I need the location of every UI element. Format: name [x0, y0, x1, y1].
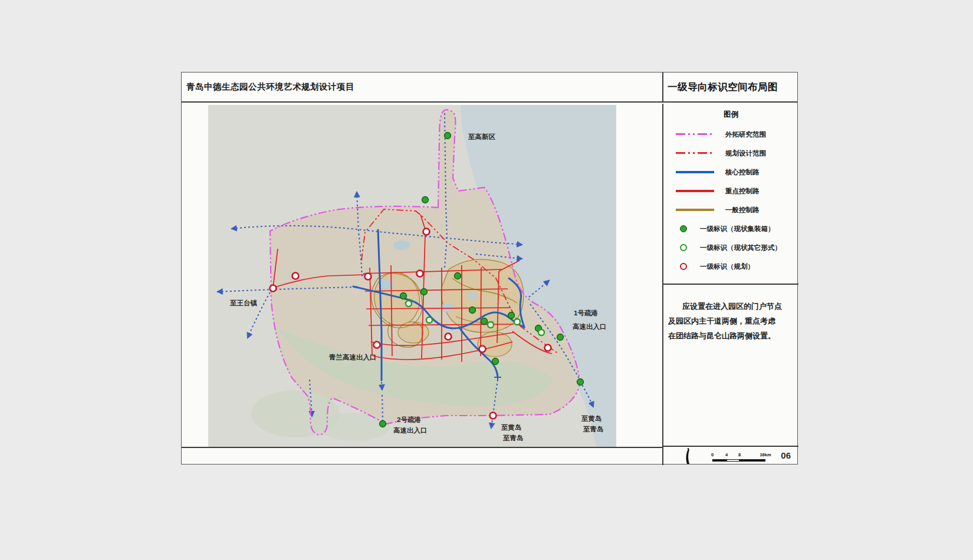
marker-sign-existing-other: [426, 317, 432, 323]
legend-item-label: 外拓研究范围: [725, 130, 766, 139]
legend-item: 重点控制路: [663, 182, 798, 200]
scale-bar-segment: [712, 459, 727, 462]
note-text: 应设置在进入园区的门户节点及园区内主干道两侧，重点考虑在团结路与昆仑山路两侧设置…: [663, 286, 798, 343]
legend-swatch-line: [676, 171, 714, 173]
sheet-title: 一级导向标识空间布局图: [668, 81, 778, 94]
marker-sign-planned: [292, 273, 299, 279]
map-label: 至青岛: [502, 434, 524, 442]
marker-sign-planned: [545, 345, 551, 351]
map-terrain: [208, 105, 616, 447]
legend-item: 核心控制路: [663, 163, 798, 182]
marker-sign-planned: [479, 346, 486, 353]
bottom-divider: [182, 447, 662, 448]
note-line: 及园区内主干道两侧，重点考虑: [668, 314, 793, 328]
scale-tick-label: 0: [711, 452, 714, 457]
sheet-header: 青岛中德生态园公共环境艺术规划设计项目 一级导向标识空间布局图: [182, 73, 797, 103]
legend-title: 图例: [663, 104, 798, 120]
marker-sign-existing-container: [445, 133, 451, 139]
legend-item: 一级标识（现状集装箱）: [663, 219, 798, 238]
sidebar: 图例 外拓研究范围规划设计范围核心控制路重点控制路一般控制路一级标识（现状集装箱…: [662, 104, 798, 465]
marker-sign-existing-other: [406, 301, 412, 307]
marker-sign-existing-container: [422, 197, 429, 203]
legend-items: 外拓研究范围规划设计范围核心控制路重点控制路一般控制路一级标识（现状集装箱）一级…: [663, 125, 798, 276]
legend-swatch-line: [676, 152, 714, 154]
marker-sign-existing-container: [455, 273, 461, 279]
marker-sign-planned: [374, 342, 380, 348]
project-title-cell: 青岛中德生态园公共环境艺术规划设计项目: [182, 73, 662, 101]
marker-sign-existing-other: [514, 319, 520, 325]
marker-sign-existing-container: [421, 289, 428, 295]
legend-swatch-dot: [680, 263, 687, 270]
marker-sign-existing-container: [577, 379, 584, 386]
note-line: 应设置在进入园区的门户节点: [668, 299, 793, 314]
legend-swatch-dot: [680, 244, 687, 251]
legend-item: 一般控制路: [663, 200, 798, 219]
marker-sign-planned: [365, 274, 372, 280]
note-panel: 应设置在进入园区的门户节点及园区内主干道两侧，重点考虑在团结路与昆仑山路两侧设置…: [663, 286, 798, 447]
map-label: 至高新区: [468, 133, 496, 140]
map-label: 高速出入口: [393, 427, 428, 434]
marker-sign-planned: [445, 334, 452, 340]
marker-sign-existing-container: [469, 307, 476, 314]
marker-sign-existing-container: [481, 318, 488, 325]
marker-sign-existing-container: [492, 358, 499, 365]
map-label: 至黄岛: [581, 415, 602, 423]
marker-sign-existing-container: [380, 421, 386, 427]
scale-tick-label: 4: [725, 452, 728, 457]
marker-sign-existing-container: [400, 293, 407, 299]
legend-panel: 图例 外拓研究范围规划设计范围核心控制路重点控制路一般控制路一级标识（现状集装箱…: [663, 104, 798, 285]
legend-item: 规划设计范围: [663, 144, 798, 163]
map-label: 至青岛: [583, 426, 604, 433]
legend-swatch-line: [676, 190, 714, 192]
legend-item-label: 一般控制路: [725, 206, 760, 215]
map-label: 1号疏港: [574, 309, 598, 317]
marker-sign-planned: [417, 271, 423, 277]
scale-tick-label: 16km: [760, 452, 771, 457]
plan-sheet: 青岛中德生态园公共环境艺术规划设计项目 一级导向标识空间布局图: [181, 72, 798, 465]
legend-item-label: 一级标识（现状其它形式）: [700, 243, 781, 252]
marker-sign-existing-other: [538, 330, 544, 335]
note-line: 在团结路与昆仑山路两侧设置。: [668, 328, 793, 343]
legend-item-label: 一级标识（规划）: [700, 262, 754, 271]
sheet-title-cell: 一级导向标识空间布局图: [662, 73, 797, 101]
scale-strip: 04816km 06: [663, 448, 798, 465]
legend-swatch-dot: [680, 225, 687, 232]
legend-item-label: 核心控制路: [725, 168, 760, 177]
page-number: 06: [781, 450, 791, 460]
marker-sign-existing-other: [488, 322, 494, 328]
planning-map: 至高新区至王台镇1号疏港高速出入口青兰高速出入口2号疏港高速出入口至黄岛至青岛至…: [208, 105, 616, 447]
scale-bar-segment: [739, 459, 765, 462]
scale-tick-label: 8: [738, 452, 741, 457]
marker-sign-planned: [490, 413, 497, 419]
marker-sign-existing-container: [508, 312, 515, 319]
legend-item: 一级标识（规划）: [663, 257, 798, 276]
map-label: 青兰高速出入口: [328, 353, 377, 361]
legend-swatch-line: [676, 133, 714, 135]
legend-item-label: 重点控制路: [725, 187, 760, 196]
map-cell: 至高新区至王台镇1号疏港高速出入口青兰高速出入口2号疏港高速出入口至黄岛至青岛至…: [182, 104, 662, 465]
scale-bar-segment: [727, 459, 739, 462]
legend-item: 外拓研究范围: [663, 125, 798, 144]
north-arrow-icon: [683, 448, 693, 465]
legend-item-label: 一级标识（现状集装箱）: [700, 225, 775, 233]
marker-sign-planned: [423, 229, 430, 235]
marker-sign-planned: [270, 285, 277, 292]
map-label: 至王台镇: [229, 299, 258, 307]
map-label: 至黄岛: [501, 424, 522, 431]
map-label: 2号疏港: [397, 416, 421, 423]
project-title: 青岛中德生态园公共环境艺术规划设计项目: [186, 81, 354, 93]
legend-item: 一级标识（现状其它形式）: [663, 238, 798, 257]
legend-swatch-line: [676, 209, 714, 211]
map-label: 高速出入口: [573, 323, 607, 331]
legend-item-label: 规划设计范围: [725, 149, 766, 158]
marker-sign-existing-container: [557, 334, 564, 341]
